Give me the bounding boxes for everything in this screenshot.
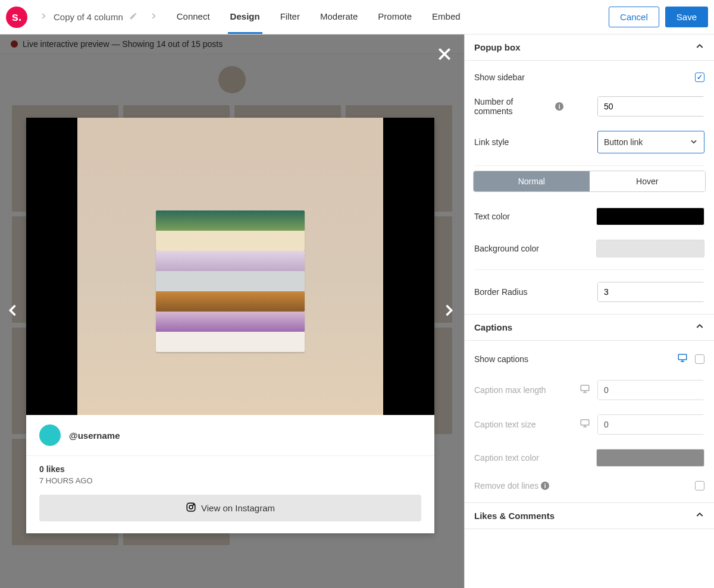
view-on-instagram-button[interactable]: View on Instagram	[39, 495, 421, 521]
post-image	[77, 118, 384, 415]
nav-tabs: Connect Design Filter Moderate Promote E…	[174, 1, 463, 34]
show-captions-checkbox[interactable]: ✓	[695, 354, 704, 364]
chevron-up-icon	[695, 322, 704, 333]
state-toggle: Normal Hover	[473, 171, 706, 192]
svg-point-4	[193, 504, 194, 505]
caption-max-len-field[interactable]	[598, 381, 714, 400]
num-comments-field[interactable]	[598, 97, 714, 116]
border-radius-input[interactable]: ▲▼ px	[597, 282, 704, 302]
tab-filter[interactable]: Filter	[278, 1, 302, 34]
bg-color-label: Background color	[474, 244, 563, 253]
chevron-up-icon	[695, 510, 704, 521]
link-style-select[interactable]: Button link	[597, 131, 704, 153]
text-color-label: Text color	[474, 212, 563, 221]
svg-rect-11	[581, 420, 589, 425]
desktop-icon	[580, 383, 590, 397]
post-popup: @username 0 likes 7 HOURS AGO View on In…	[26, 118, 434, 533]
svg-rect-8	[581, 385, 589, 391]
num-comments-label: Number of comments i	[474, 97, 563, 116]
info-icon[interactable]: i	[541, 482, 549, 490]
tab-embed[interactable]: Embed	[430, 1, 463, 34]
show-sidebar-label: Show sidebar	[474, 73, 563, 82]
user-avatar[interactable]	[39, 425, 61, 446]
svg-rect-5	[678, 354, 687, 360]
caption-text-size-field[interactable]	[598, 415, 714, 434]
next-arrow-icon[interactable]	[440, 299, 457, 324]
post-image-container	[26, 118, 434, 415]
remove-dot-lines-label: Remove dot lines i	[474, 481, 563, 490]
tab-moderate[interactable]: Moderate	[318, 1, 360, 34]
num-comments-input[interactable]: ▲▼	[597, 96, 704, 117]
section-likes-comments-header[interactable]: Likes & Comments	[465, 502, 714, 529]
caption-max-len-label: Caption max length	[474, 385, 563, 395]
edit-title-icon[interactable]	[129, 12, 137, 22]
desktop-icon[interactable]	[677, 353, 688, 366]
breadcrumb-title: Copy of 4 column	[54, 12, 123, 22]
save-button[interactable]: Save	[665, 7, 708, 27]
tab-connect[interactable]: Connect	[174, 1, 212, 34]
section-likes-comments-title: Likes & Comments	[474, 511, 555, 521]
link-style-value: Button link	[604, 137, 643, 147]
bg-color-swatch[interactable]	[596, 240, 704, 257]
preview-panel: Live interactive preview — Showing 14 ou…	[0, 34, 464, 588]
top-header: s. Copy of 4 column Connect Design Filte…	[0, 0, 714, 34]
time-ago: 7 HOURS AGO	[39, 476, 421, 485]
close-popup-icon[interactable]	[436, 45, 453, 66]
caption-text-size-label: Caption text size	[474, 420, 563, 429]
desktop-icon	[580, 418, 590, 431]
info-icon[interactable]: i	[555, 102, 563, 111]
section-popup-box-title: Popup box	[474, 42, 521, 52]
caption-text-size-input[interactable]: ▲▼ px	[597, 414, 704, 435]
remove-dot-lines-checkbox[interactable]: ✓	[695, 481, 704, 490]
chevron-down-icon	[690, 137, 698, 147]
breadcrumb-chevron-icon	[39, 12, 48, 22]
chevron-up-icon	[695, 42, 704, 53]
caption-text-color-label: Caption text color	[474, 453, 563, 463]
border-radius-field[interactable]	[598, 282, 714, 301]
section-captions-title: Captions	[474, 322, 512, 332]
settings-sidebar: Popup box Show sidebar ✓ Number of comme…	[464, 34, 714, 588]
instagram-icon	[186, 502, 196, 514]
text-color-swatch[interactable]	[596, 207, 704, 225]
breadcrumb-chevron-icon	[149, 12, 158, 22]
section-captions-header[interactable]: Captions	[465, 314, 714, 341]
caption-text-color-swatch[interactable]	[596, 449, 704, 467]
state-toggle-normal[interactable]: Normal	[474, 171, 590, 191]
tab-promote[interactable]: Promote	[375, 1, 414, 34]
caption-max-len-input[interactable]: ▲▼ words	[597, 380, 704, 400]
app-logo: s.	[6, 7, 27, 28]
likes-count: 0 likes	[39, 464, 421, 474]
show-sidebar-checkbox[interactable]: ✓	[695, 73, 704, 82]
link-style-label: Link style	[474, 137, 563, 147]
section-popup-box-header[interactable]: Popup box	[465, 34, 714, 61]
tab-design[interactable]: Design	[228, 1, 262, 34]
view-on-instagram-label: View on Instagram	[201, 503, 275, 513]
cancel-button[interactable]: Cancel	[609, 7, 659, 27]
border-radius-label: Border Radius	[474, 287, 563, 297]
show-captions-label: Show captions	[474, 354, 563, 364]
state-toggle-hover[interactable]: Hover	[590, 171, 706, 191]
prev-arrow-icon[interactable]	[5, 299, 21, 324]
svg-point-3	[189, 505, 193, 509]
username-text[interactable]: @username	[69, 430, 120, 441]
